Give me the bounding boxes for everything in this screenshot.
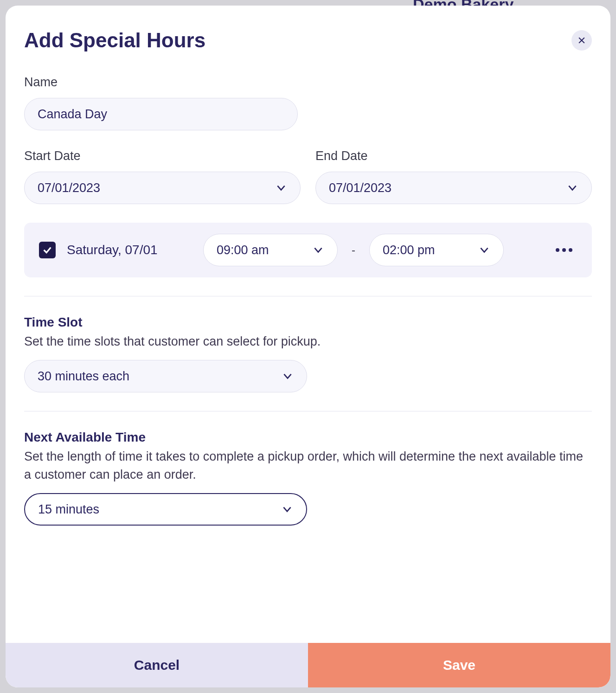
start-date-select[interactable]: 07/01/2023 (24, 172, 301, 204)
time-slot-select[interactable]: 30 minutes each (24, 360, 307, 392)
divider (24, 411, 592, 411)
close-button[interactable] (571, 30, 592, 51)
chevron-down-icon (281, 503, 293, 515)
day-enabled-checkbox[interactable] (39, 242, 56, 258)
chevron-down-icon (478, 244, 490, 256)
divider (24, 296, 592, 296)
modal-header: Add Special Hours (24, 29, 592, 52)
dots-icon (562, 248, 566, 252)
day-hours-row: Saturday, 07/01 09:00 am - 02:00 pm (24, 223, 592, 277)
next-available-heading: Next Available Time (24, 430, 592, 445)
name-input-wrapper[interactable] (24, 98, 298, 130)
name-label: Name (24, 75, 592, 90)
end-date-select[interactable]: 07/01/2023 (315, 172, 592, 204)
start-time-value: 09:00 am (217, 243, 269, 257)
dots-icon (556, 248, 559, 252)
add-special-hours-modal: Add Special Hours Name Start Date 07/01/… (6, 6, 610, 687)
start-date-value: 07/01/2023 (38, 181, 100, 195)
name-input[interactable] (38, 107, 284, 122)
dots-icon (569, 248, 572, 252)
check-icon (42, 245, 52, 255)
next-available-description: Set the length of time it takes to compl… (24, 448, 592, 484)
end-date-value: 07/01/2023 (329, 181, 391, 195)
modal-title: Add Special Hours (24, 29, 205, 52)
modal-footer: Cancel Save (6, 643, 610, 687)
end-time-value: 02:00 pm (383, 243, 435, 257)
modal-body: Add Special Hours Name Start Date 07/01/… (6, 6, 610, 643)
start-date-label: Start Date (24, 149, 301, 163)
time-slot-heading: Time Slot (24, 315, 592, 330)
next-available-select[interactable]: 15 minutes (24, 493, 307, 526)
chevron-down-icon (566, 182, 578, 194)
start-time-select[interactable]: 09:00 am (203, 234, 338, 266)
time-slot-description: Set the time slots that customer can sel… (24, 333, 592, 351)
day-row-more-actions[interactable] (551, 244, 577, 257)
next-available-value: 15 minutes (38, 502, 99, 517)
end-time-select[interactable]: 02:00 pm (369, 234, 504, 266)
day-date-label: Saturday, 07/01 (67, 243, 192, 257)
cancel-button[interactable]: Cancel (6, 643, 308, 687)
chevron-down-icon (312, 244, 324, 256)
time-range-separator: - (352, 244, 355, 257)
chevron-down-icon (282, 370, 294, 382)
close-icon (577, 36, 586, 45)
save-button[interactable]: Save (308, 643, 610, 687)
end-date-label: End Date (315, 149, 592, 163)
chevron-down-icon (275, 182, 287, 194)
time-slot-value: 30 minutes each (38, 369, 129, 384)
